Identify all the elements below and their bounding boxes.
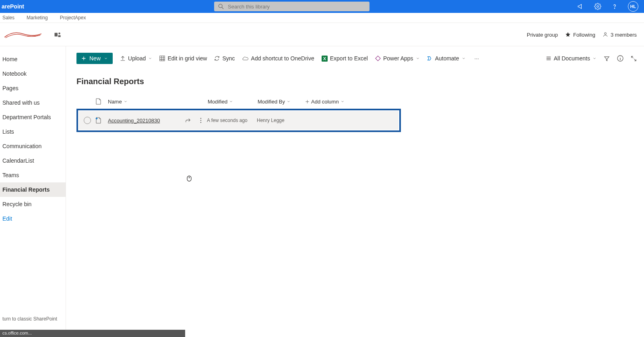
share-button[interactable]: [181, 118, 195, 123]
user-avatar[interactable]: HL: [628, 1, 638, 12]
command-bar-right: All Documents: [546, 55, 637, 62]
search-icon: [218, 4, 224, 9]
automate-icon: [427, 56, 433, 61]
suite-header-right: HL: [577, 1, 644, 12]
chevron-down-icon: [104, 56, 108, 60]
nav-edit-link[interactable]: Edit: [0, 211, 66, 226]
nav-recycle-bin[interactable]: Recycle bin: [0, 197, 66, 211]
sync-button[interactable]: Sync: [214, 55, 235, 62]
person-icon: [603, 32, 608, 37]
nav-notebook[interactable]: Notebook: [0, 66, 66, 81]
file-icon: ✦: [96, 117, 108, 124]
col-filetype[interactable]: [96, 98, 108, 105]
chevron-down-icon: [124, 99, 128, 103]
automate-button[interactable]: Automate: [427, 55, 466, 62]
chevron-down-icon: [416, 56, 420, 60]
grid-label: Edit in grid view: [167, 55, 207, 62]
plus-icon: [81, 56, 86, 61]
members-link[interactable]: 3 members: [603, 31, 637, 37]
col-name[interactable]: Name: [108, 99, 208, 105]
svg-point-11: [200, 120, 201, 121]
search-input[interactable]: [228, 4, 365, 10]
plus-icon: [305, 99, 310, 104]
site-header-right: Private group Following 3 members: [527, 31, 637, 37]
privacy-label: Private group: [527, 31, 558, 37]
export-label: Export to Excel: [330, 55, 368, 62]
svg-point-13: [189, 177, 190, 178]
settings-icon[interactable]: [594, 3, 601, 10]
nav-home[interactable]: Home: [0, 52, 66, 66]
upload-button[interactable]: Upload: [120, 55, 152, 62]
svg-point-3: [614, 8, 615, 8]
star-icon: [565, 32, 571, 37]
chevron-down-icon: [148, 56, 152, 60]
hub-link-marketing[interactable]: Marketing: [27, 15, 48, 21]
nav-pages[interactable]: Pages: [0, 81, 66, 95]
app-brand[interactable]: arePoint: [0, 3, 214, 10]
help-icon[interactable]: [611, 3, 618, 10]
nav-shared[interactable]: Shared with us: [0, 95, 66, 110]
classic-link[interactable]: turn to classic SharePoint: [0, 314, 60, 324]
nav-teams[interactable]: Teams: [0, 168, 66, 182]
row-modified: A few seconds ago: [207, 118, 257, 123]
following-button[interactable]: Following: [565, 31, 595, 37]
chevron-down-icon: [592, 56, 597, 60]
chevron-down-icon: [341, 99, 345, 103]
powerapps-icon: [375, 56, 381, 61]
new-label: New: [89, 55, 101, 62]
site-header: Private group Following 3 members: [0, 23, 644, 46]
svg-point-5: [58, 32, 60, 34]
nav-calendar[interactable]: CalendarList: [0, 153, 66, 168]
col-modified[interactable]: Modified: [208, 99, 258, 105]
grid-icon: [159, 56, 165, 61]
megaphone-icon[interactable]: [577, 3, 584, 10]
nav-financial-reports[interactable]: Financial Reports: [0, 182, 66, 197]
powerapps-label: Power Apps: [383, 55, 413, 62]
view-selector[interactable]: All Documents: [546, 55, 597, 62]
shortcut-button[interactable]: Add shortcut to OneDrive: [242, 55, 314, 62]
page-layout: Home Notebook Pages Shared with us Depar…: [0, 46, 644, 337]
more-commands-button[interactable]: ···: [473, 55, 481, 62]
new-button[interactable]: New: [76, 53, 113, 64]
svg-rect-4: [55, 33, 58, 36]
nav-department[interactable]: Department Portals: [0, 110, 66, 124]
grid-view-button[interactable]: Edit in grid view: [159, 55, 207, 62]
powerapps-button[interactable]: Power Apps: [375, 55, 420, 62]
svg-rect-7: [160, 56, 165, 61]
automate-label: Automate: [435, 55, 459, 62]
row-more-button[interactable]: [195, 118, 207, 123]
add-column-button[interactable]: Add column: [305, 99, 345, 105]
upload-icon: [120, 56, 126, 61]
svg-point-10: [200, 118, 201, 119]
info-icon[interactable]: [617, 55, 623, 62]
shortcut-label: Add shortcut to OneDrive: [251, 55, 314, 62]
sync-label: Sync: [222, 55, 235, 62]
nav-communication[interactable]: Communication: [0, 139, 66, 153]
nav-lists[interactable]: Lists: [0, 124, 66, 139]
svg-point-6: [605, 33, 607, 35]
filter-icon[interactable]: [604, 56, 610, 62]
export-button[interactable]: Export to Excel: [322, 55, 368, 62]
table-row[interactable]: ✦ Accounting_20210830 A few seconds ago …: [79, 111, 398, 130]
hub-link-sales[interactable]: Sales: [2, 15, 14, 21]
search-box[interactable]: [214, 2, 369, 11]
main-content: New Upload Edit in grid view Sync Add: [66, 46, 644, 337]
file-name-link[interactable]: Accounting_20210830: [108, 118, 181, 124]
table-header: Name Modified Modified By Add column: [76, 94, 637, 109]
chevron-down-icon: [287, 99, 291, 103]
library-title: Financial Reports: [76, 77, 637, 86]
view-label: All Documents: [554, 55, 590, 62]
site-logo[interactable]: [1, 25, 45, 44]
expand-icon[interactable]: [631, 56, 637, 62]
left-nav: Home Notebook Pages Shared with us Depar…: [0, 46, 66, 337]
mouse-cursor-icon: [187, 175, 194, 184]
col-modified-by[interactable]: Modified By: [258, 99, 305, 105]
teams-icon[interactable]: [54, 31, 61, 38]
col-modified-by-label: Modified By: [258, 99, 285, 105]
hub-link-projectapex[interactable]: ProjectApex: [60, 15, 86, 21]
highlighted-row-box: ✦ Accounting_20210830 A few seconds ago …: [76, 109, 401, 132]
row-select[interactable]: [79, 117, 96, 124]
command-bar: New Upload Edit in grid view Sync Add: [76, 50, 637, 66]
browser-status-bar: cs.office.com...: [0, 330, 185, 337]
svg-point-12: [200, 122, 201, 123]
